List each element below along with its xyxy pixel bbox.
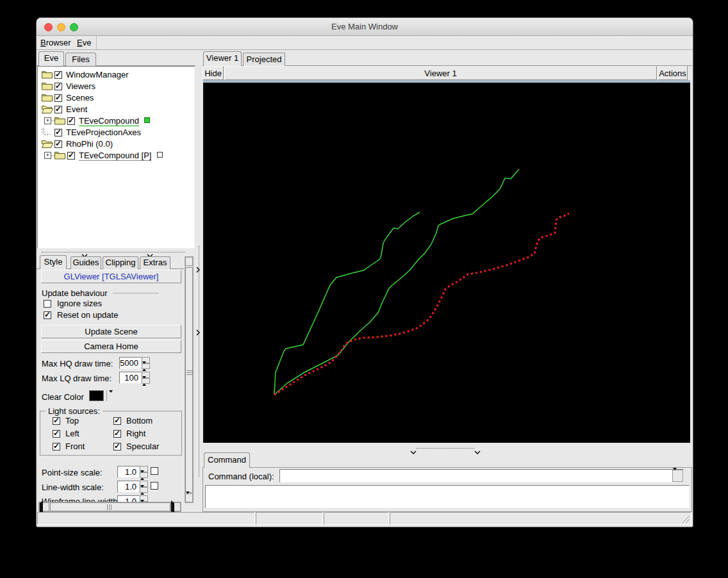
viewer-title-bar[interactable]: Viewer 1 xyxy=(224,66,657,80)
tree-item-teveprojectionaxes[interactable]: TEveProjectionAxes xyxy=(38,127,194,138)
tree-item-tevecompound-p[interactable]: + TEveCompound [P] xyxy=(38,150,194,161)
tab-eve[interactable]: Eve xyxy=(38,51,64,66)
max-lq-input[interactable]: 100 xyxy=(119,372,142,384)
wireframe-input[interactable]: 1.0 xyxy=(117,495,140,502)
tree-item-checkbox[interactable] xyxy=(54,94,62,102)
light-right-checkbox[interactable] xyxy=(113,430,121,438)
scroll-up-arrow-icon[interactable] xyxy=(185,257,193,266)
ignore-sizes-label: Ignore sizes xyxy=(57,299,102,308)
track-green-b xyxy=(274,169,519,395)
light-top-checkbox[interactable] xyxy=(53,417,60,425)
tree-item-scenes[interactable]: Scenes xyxy=(38,92,194,104)
tree-item-checkbox[interactable] xyxy=(54,129,62,136)
max-hq-spinner[interactable] xyxy=(142,357,150,369)
light-left-checkbox[interactable] xyxy=(53,430,60,438)
wireframe-spinner[interactable] xyxy=(140,495,148,502)
chevron-right-icon[interactable] xyxy=(196,264,203,268)
tree-item-checkbox[interactable] xyxy=(67,152,75,160)
chevron-down-icon[interactable] xyxy=(147,249,153,254)
update-behaviour-label: Update behaviour xyxy=(42,288,108,298)
tree-item-checkbox[interactable] xyxy=(54,106,62,113)
tree-item-viewers[interactable]: Viewers xyxy=(38,81,194,92)
command-input[interactable] xyxy=(280,470,672,482)
point-size-spinner[interactable] xyxy=(140,466,148,478)
tree-item-rhophi[interactable]: RhoPhi (0.0) xyxy=(38,138,194,150)
tab-viewer-1[interactable]: Viewer 1 xyxy=(203,51,242,66)
light-specular-checkbox[interactable] xyxy=(113,443,121,450)
menu-browser[interactable]: Browser xyxy=(38,36,74,50)
tab-guides[interactable]: Guides xyxy=(70,256,101,269)
expand-icon[interactable]: + xyxy=(44,117,51,124)
combo-dropdown-arrow-icon[interactable] xyxy=(672,470,683,482)
scrollbar-thumb[interactable] xyxy=(185,267,193,493)
max-lq-spinner[interactable] xyxy=(142,372,150,384)
chevron-down-icon[interactable] xyxy=(81,249,88,254)
tab-style[interactable]: Style xyxy=(40,255,67,269)
glviewer-button[interactable]: GLViewer [TGLSAViewer] xyxy=(41,270,181,283)
light-bottom-checkbox[interactable] xyxy=(113,417,121,425)
left-horizontal-splitter[interactable] xyxy=(37,249,195,255)
chevron-right-icon[interactable] xyxy=(196,327,203,331)
tree-item-windowmanager[interactable]: WindowManager xyxy=(38,69,194,81)
tree-item-checkbox[interactable] xyxy=(54,71,62,79)
line-width-spinner[interactable] xyxy=(140,481,148,493)
expand-icon[interactable]: + xyxy=(44,152,51,159)
chevron-down-icon[interactable] xyxy=(410,446,417,450)
light-front-checkbox[interactable] xyxy=(53,443,60,450)
resize-grip-icon[interactable] xyxy=(681,515,690,526)
light-sources-group: Light sources: xyxy=(40,411,182,456)
tree-item-label: WindowManager xyxy=(66,70,129,79)
status-segment xyxy=(324,512,389,525)
camera-home-button[interactable]: Camera Home xyxy=(41,340,181,353)
actions-button[interactable]: Actions xyxy=(658,66,688,80)
ignore-sizes-checkbox[interactable] xyxy=(44,300,51,308)
tab-extras[interactable]: Extras xyxy=(140,256,170,269)
settings-vertical-scrollbar[interactable] xyxy=(185,256,194,503)
main-vertical-splitter[interactable] xyxy=(195,51,203,512)
scroll-down-arrow-icon[interactable] xyxy=(185,493,193,502)
tree-item-label: TEveCompound xyxy=(79,116,139,126)
hide-button[interactable]: Hide xyxy=(203,66,224,80)
tree-item-checkbox[interactable] xyxy=(54,140,62,148)
tree-item-checkbox[interactable] xyxy=(67,117,75,125)
open-folder-icon xyxy=(42,139,53,151)
window-title: Eve Main Window xyxy=(37,18,693,36)
scrollbar-thumb[interactable] xyxy=(50,502,170,511)
max-hq-label: Max HQ draw time: xyxy=(42,359,113,368)
viewer-command-splitter[interactable] xyxy=(203,444,692,452)
line-width-input[interactable]: 1.0 xyxy=(117,481,140,493)
point-size-input[interactable]: 1.0 xyxy=(117,466,140,478)
tab-projected[interactable]: Projected xyxy=(243,53,285,66)
command-combobox[interactable] xyxy=(279,469,684,483)
light-sources-title: Light sources: xyxy=(46,406,103,416)
update-scene-button[interactable]: Update Scene xyxy=(41,325,181,338)
scroll-right-arrow-icon[interactable] xyxy=(170,502,181,511)
compound-marker-white[interactable] xyxy=(157,152,163,158)
clear-color-swatch[interactable] xyxy=(89,390,104,401)
max-hq-input[interactable]: 5000 xyxy=(119,357,142,369)
titlebar[interactable]: Eve Main Window xyxy=(37,18,693,36)
line-width-checkbox[interactable] xyxy=(151,482,158,490)
scroll-left-arrow-icon[interactable] xyxy=(39,502,49,511)
desktop: Eve Main Window Browser Eve Eve Files Wi… xyxy=(0,0,728,578)
color-dropdown-arrow-icon[interactable] xyxy=(109,393,113,404)
menu-eve[interactable]: Eve xyxy=(74,36,94,50)
left-horizontal-scrollbar[interactable] xyxy=(38,502,181,512)
tree-item-checkbox[interactable] xyxy=(54,83,62,90)
chevron-down-icon[interactable] xyxy=(474,446,481,450)
tab-command[interactable]: Command xyxy=(204,452,250,468)
folder-icon xyxy=(42,70,53,81)
tab-clipping[interactable]: Clipping xyxy=(103,256,138,269)
point-size-checkbox[interactable] xyxy=(151,467,158,475)
compound-marker-green[interactable] xyxy=(144,117,150,123)
reset-on-update-checkbox[interactable] xyxy=(44,311,51,319)
folder-icon xyxy=(54,151,65,162)
tree-item-event[interactable]: Event xyxy=(38,104,194,115)
gl-viewer-canvas[interactable] xyxy=(203,83,690,443)
tab-files[interactable]: Files xyxy=(65,53,96,66)
tree-item-label: Event xyxy=(66,104,87,114)
tree-item-tevecompound[interactable]: + TEveCompound xyxy=(38,115,194,127)
light-front-label: Front xyxy=(65,442,85,451)
tree-item-label: TEveProjectionAxes xyxy=(66,128,141,137)
light-top-label: Top xyxy=(65,416,79,425)
